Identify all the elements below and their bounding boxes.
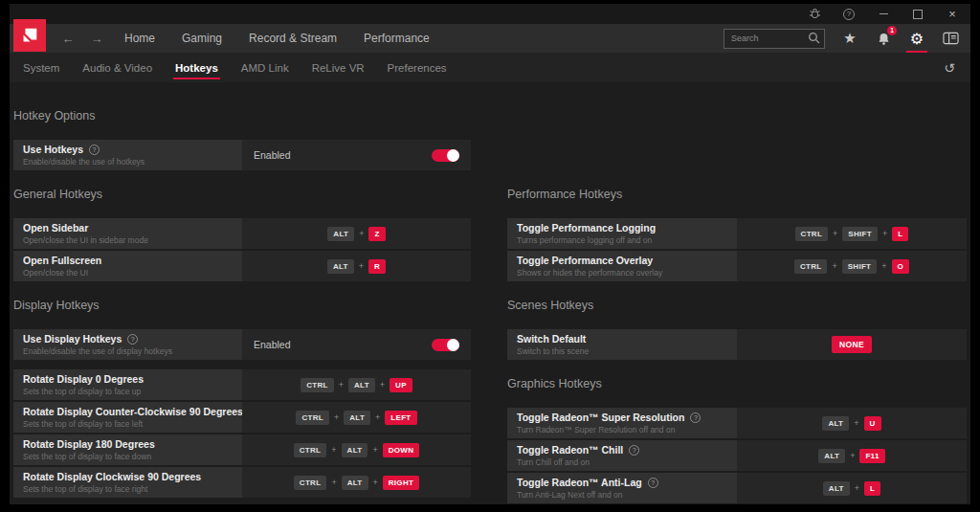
key-badge[interactable]: CTRL — [301, 378, 334, 392]
help-icon[interactable] — [127, 334, 138, 345]
hotkey-title: Open Fullscreen — [23, 255, 101, 267]
key-badge[interactable]: CTRL — [294, 443, 327, 457]
favorites-star-icon[interactable] — [841, 30, 858, 47]
key-badge[interactable]: SHIFT — [842, 227, 878, 241]
hotkey-row[interactable]: Use HotkeysEnable/disable the use of hot… — [13, 140, 471, 170]
reset-undo-icon[interactable] — [944, 60, 955, 76]
hotkey-subtitle: Enable/disable the use of display hotkey… — [23, 346, 233, 357]
help-icon[interactable] — [629, 445, 639, 456]
help-icon[interactable] — [690, 412, 701, 423]
section-title: General Hotkeys — [13, 189, 471, 201]
hotkey-label-cell: Rotate Display Clockwise 90 DegreesSets … — [13, 467, 242, 498]
key-badge[interactable]: ALT — [327, 227, 354, 241]
key-badge[interactable]: CTRL — [795, 227, 829, 241]
left-column: Hotkey OptionsUse HotkeysEnable/disable … — [13, 110, 471, 504]
key-badge[interactable]: ALT — [344, 411, 370, 425]
notifications-bell-icon[interactable]: 1 — [875, 30, 892, 47]
tab-amd-link[interactable]: AMD Link — [239, 53, 291, 82]
key-badge[interactable]: UP — [390, 378, 412, 392]
nav-item-performance[interactable]: Performance — [364, 32, 430, 45]
plus-separator: + — [331, 478, 336, 487]
hotkey-title: Toggle Performance Overlay — [517, 255, 653, 267]
hotkey-row[interactable]: Open FullscreenOpen/close the UIALT+R — [13, 251, 471, 281]
key-badge[interactable]: SHIFT — [842, 259, 878, 274]
key-badge[interactable]: ALT — [342, 443, 368, 457]
hotkey-row[interactable]: Toggle Radeon™ Anti-LagTurn Anti-Lag Nex… — [507, 473, 967, 503]
hotkey-control-cell: CTRL+ALT+RIGHT — [242, 467, 471, 498]
key-badge[interactable]: CTRL — [294, 476, 327, 490]
key-badge[interactable]: R — [368, 259, 386, 274]
key-badge[interactable]: CTRL — [296, 411, 329, 425]
key-badge[interactable]: Z — [368, 227, 385, 241]
hotkey-row[interactable]: Toggle Performance OverlayShows or hides… — [507, 251, 967, 281]
hotkey-control-cell: CTRL+ALT+LEFT — [242, 402, 471, 433]
sidebar-layout-icon[interactable] — [942, 30, 959, 47]
hotkey-title-line: Rotate Display Clockwise 90 Degrees — [23, 471, 233, 483]
tab-relive-vr[interactable]: ReLive VR — [310, 53, 367, 82]
hotkey-row[interactable]: Open SidebarOpen/close the UI in sidebar… — [13, 218, 471, 249]
hotkey-control-cell: CTRL+SHIFT+L — [737, 218, 967, 249]
hotkey-row[interactable]: Rotate Display 0 DegreesSets the top of … — [13, 369, 471, 400]
hotkey-control-cell: Enabled — [242, 329, 471, 360]
hotkey-subtitle: Shows or hides the performance overlay — [517, 268, 727, 278]
help-icon[interactable] — [842, 8, 856, 21]
bug-report-icon[interactable] — [808, 8, 821, 21]
plus-separator: + — [855, 483, 859, 493]
key-badge[interactable]: ALT — [823, 481, 850, 496]
tab-audio-video[interactable]: Audio & Video — [80, 53, 154, 82]
hotkey-row[interactable]: Rotate Display Counter-Clockwise 90 Degr… — [13, 402, 471, 433]
search-icon[interactable] — [808, 32, 820, 44]
hotkey-row[interactable]: Toggle Radeon™ ChillTurn Chill off and o… — [507, 440, 967, 471]
close-icon[interactable] — [946, 8, 959, 21]
key-badge[interactable]: CTRL — [794, 259, 828, 274]
key-badge[interactable]: U — [864, 416, 881, 431]
toggle-switch[interactable] — [432, 339, 459, 351]
hotkey-subtitle: Enable/disable the use of hotkeys — [23, 157, 233, 167]
hotkey-row[interactable]: Toggle Performance LoggingTurns performa… — [507, 218, 967, 249]
tab-preferences[interactable]: Preferences — [386, 53, 449, 82]
back-arrow-icon[interactable] — [54, 32, 82, 46]
key-badge[interactable]: LEFT — [385, 411, 416, 425]
nav-item-home[interactable]: Home — [124, 32, 155, 45]
hotkey-row[interactable]: Switch DefaultSwitch to this sceneNONE — [507, 329, 967, 360]
maximize-icon[interactable] — [911, 8, 924, 21]
section-general-hotkeys: General HotkeysOpen SidebarOpen/close th… — [13, 189, 471, 281]
plus-separator: + — [881, 261, 886, 271]
key-badge[interactable]: ALT — [327, 259, 354, 274]
settings-gear-icon[interactable] — [908, 30, 925, 47]
key-badge[interactable]: ALT — [818, 449, 845, 463]
forward-arrow-icon[interactable] — [82, 32, 111, 46]
hotkey-row[interactable]: Rotate Display 180 DegreesSets the top o… — [13, 434, 471, 465]
section-title: Hotkey Options — [13, 110, 471, 122]
hotkey-title: Toggle Radeon™ Super Resolution — [517, 412, 684, 424]
hotkey-row[interactable]: Rotate Display Clockwise 90 DegreesSets … — [13, 467, 471, 498]
key-badge[interactable]: F11 — [859, 449, 884, 463]
hotkey-none-badge[interactable]: NONE — [832, 336, 872, 353]
hotkey-row[interactable]: Toggle Radeon™ Super ResolutionTurn Rade… — [507, 408, 967, 438]
nav-item-record-stream[interactable]: Record & Stream — [249, 32, 337, 45]
key-badge[interactable]: O — [892, 259, 910, 274]
hotkey-row[interactable]: Use Display HotkeysEnable/disable the us… — [13, 329, 471, 360]
key-badge[interactable]: DOWN — [383, 443, 420, 457]
nav-items: HomeGamingRecord & StreamPerformance — [124, 32, 430, 45]
key-badge[interactable]: L — [892, 227, 908, 241]
key-badge[interactable]: ALT — [342, 476, 368, 490]
hotkey-label-cell: Use Display HotkeysEnable/disable the us… — [13, 329, 242, 360]
toggle-switch[interactable] — [432, 149, 459, 162]
tab-system[interactable]: System — [21, 53, 61, 82]
plus-separator: + — [359, 261, 364, 271]
tab-hotkeys[interactable]: Hotkeys — [173, 53, 220, 82]
hotkeys-content: Hotkey OptionsUse HotkeysEnable/disable … — [10, 82, 970, 504]
key-badge[interactable]: ALT — [822, 416, 849, 431]
key-badge[interactable]: ALT — [348, 378, 375, 392]
hotkey-title: Use Display Hotkeys — [23, 333, 122, 345]
key-badge[interactable]: RIGHT — [383, 476, 419, 490]
key-badge[interactable]: L — [864, 481, 880, 496]
help-icon[interactable] — [89, 145, 100, 155]
section-title: Scenes Hotkeys — [507, 300, 967, 312]
hotkey-title-line: Open Fullscreen — [23, 255, 233, 267]
minimize-icon[interactable] — [877, 8, 890, 21]
help-icon[interactable] — [648, 478, 658, 488]
nav-item-gaming[interactable]: Gaming — [182, 32, 222, 45]
hotkey-title: Toggle Performance Logging — [517, 222, 656, 234]
